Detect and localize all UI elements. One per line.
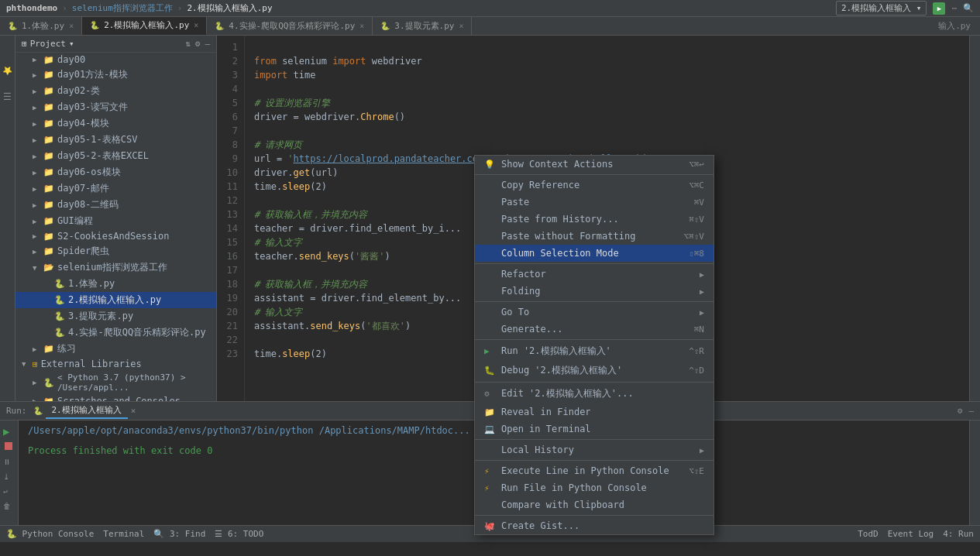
tree-item-file3[interactable]: 🐍 3.提取元素.py <box>15 308 216 324</box>
menu-item-goto[interactable]: Go To ▶ <box>475 304 714 321</box>
tree-item-day01[interactable]: ▶ 📁 day01方法-模块 <box>15 67 216 83</box>
tree-item-file1[interactable]: 🐍 1.体验.py <box>15 276 216 292</box>
arrow-icon: ▶ <box>33 345 43 353</box>
menu-item-reveal[interactable]: 📁 Reveal in Finder <box>475 403 714 420</box>
menu-item-open-terminal[interactable]: 💻 Open in Terminal <box>475 420 714 438</box>
tree-item-python37[interactable]: ▶ 🐍 < Python 3.7 (python37) > /Users/app… <box>15 371 216 394</box>
menu-item-exec-line[interactable]: ⚡ Execute Line in Python Console ⌥⇧E <box>475 462 714 479</box>
tab3-close[interactable]: × <box>359 22 364 30</box>
menu-item-debug[interactable]: 🐛 Debug '2.模拟输入框输入' ^⇧D <box>475 361 714 380</box>
menu-item-run[interactable]: ▶ Run '2.模拟输入框输入' ^⇧R <box>475 341 714 361</box>
run-pause-button[interactable]: ⏸ <box>3 458 15 466</box>
tree-item-selenium[interactable]: ▼ 📂 selenium指挥浏览器工作 <box>15 259 216 276</box>
tab-3[interactable]: 🐍 4.实操-爬取QQ音乐精彩评论.py × <box>207 17 373 35</box>
tree-item-gui[interactable]: ▶ 📁 GUI编程 <box>15 213 216 229</box>
search-button[interactable]: 🔍 <box>963 3 974 13</box>
event-log-tab[interactable]: Event Log <box>888 529 934 539</box>
tree-item-day07[interactable]: ▶ 📁 day07-邮件 <box>15 180 216 197</box>
run-stop-button[interactable] <box>5 442 12 450</box>
run-play-button[interactable]: ▶ <box>3 425 15 438</box>
arrow-icon: ▶ <box>33 88 43 95</box>
menu-item-show-context[interactable]: 💡 Show Context Actions ⌥⌘↩ <box>475 156 714 173</box>
tab4-close[interactable]: × <box>459 22 463 30</box>
run-action-minimize[interactable]: — <box>968 406 974 416</box>
tree-label: 2.模拟输入框输入.py <box>68 293 161 307</box>
tab-4[interactable]: 🐍 3.提取元素.py × <box>373 17 472 35</box>
tab-2[interactable]: 🐍 2.模拟输入框输入.py × <box>82 17 207 35</box>
tree-item-extlibs[interactable]: ▼ ⊞ External Libraries <box>15 357 216 371</box>
tree-item-day05-1[interactable]: ▶ 📁 day05-1-表格CSV <box>15 132 216 148</box>
tree-item-file2[interactable]: 🐍 2.模拟输入框输入.py <box>15 292 216 308</box>
tree-item-day06[interactable]: ▶ 📁 day06-os模块 <box>15 164 216 180</box>
python-console-tab[interactable]: 🐍 Python Console <box>6 529 94 539</box>
tab1-close[interactable]: × <box>69 22 74 30</box>
tree-item-day05-2[interactable]: ▶ 📁 day05-2-表格EXCEL <box>15 148 216 164</box>
tree-item-spider[interactable]: ▶ 📁 Spider爬虫 <box>15 243 216 259</box>
run-tab-status[interactable]: 4: Run <box>943 529 974 539</box>
py-icon: 🐍 <box>54 295 65 305</box>
menu-item-run-file[interactable]: ⚡ Run File in Python Console <box>475 479 714 496</box>
tree-item-day08[interactable]: ▶ 📁 day08-二维码 <box>15 197 216 213</box>
breadcrumb-sep1: › <box>62 3 67 13</box>
run-action-settings[interactable]: ⚙ <box>958 406 963 416</box>
menu-item-refactor[interactable]: Refactor ▶ <box>475 266 714 283</box>
run-right-indicator <box>969 420 980 525</box>
run-close-button[interactable]: 🗑 <box>3 502 15 510</box>
folder-icon: 📁 <box>43 55 54 65</box>
tree-item-file4[interactable]: 🐍 4.实操-爬取QQ音乐精彩评论.py <box>15 324 216 341</box>
menu-item-edit[interactable]: ⚙ Edit '2.模拟输入框输入'... <box>475 384 714 403</box>
submenu-arrow-icon: ▶ <box>700 287 704 296</box>
tab3-icon: 🐍 <box>215 22 224 30</box>
run-tab-name[interactable]: 2.模拟输入框输入 <box>46 403 128 419</box>
todo-tab[interactable]: ☰ 6: TODO <box>215 529 263 539</box>
tree-item-scratches[interactable]: ▶ 📁 Scratches and Consoles <box>15 394 216 401</box>
folder-icon: 📁 <box>43 118 54 129</box>
tree-item-s2[interactable]: ▶ 📁 S2-CookiesAndSession <box>15 229 216 243</box>
find-tab[interactable]: 🔍 3: Find <box>153 529 205 539</box>
tree-label: < Python 3.7 (python37) > /Users/appl... <box>57 372 216 393</box>
menu-item-compare-clipboard[interactable]: Compare with Clipboard <box>475 496 714 513</box>
run-dropdown[interactable]: 2.模拟输入框输入 ▾ <box>836 1 927 15</box>
tree-item-day03[interactable]: ▶ 📁 day03-读写文件 <box>15 99 216 115</box>
menu-item-label: Column Selection Mode <box>501 248 673 259</box>
tree-label: day06-os模块 <box>57 166 121 179</box>
menu-item-paste-no-format[interactable]: Paste without Formatting ⌥⌘⇧V <box>475 228 714 245</box>
menu-item-folding[interactable]: Folding ▶ <box>475 283 714 300</box>
menu-item-local-history[interactable]: Local History ▶ <box>475 441 714 458</box>
favorites-label[interactable]: ⭐ <box>3 67 12 76</box>
tab-1[interactable]: 🐍 1.体验.py × <box>0 17 82 35</box>
run-scroll-end[interactable]: ⤓ <box>3 472 15 481</box>
line-numbers: 12345 678910 1112131415 1617181920 21222… <box>217 36 245 401</box>
arrow-icon: ▶ <box>33 56 43 63</box>
context-menu: 💡 Show Context Actions ⌥⌘↩ Copy Referenc… <box>474 155 714 535</box>
run-tab-label: Run: <box>6 406 27 416</box>
menu-item-generate[interactable]: Generate... ⌘N <box>475 321 714 338</box>
tab2-close[interactable]: × <box>194 21 198 29</box>
menu-item-label: Paste <box>501 197 679 208</box>
tree-item-day02[interactable]: ▶ 📁 day02-类 <box>15 83 216 99</box>
tree-label: day08-二维码 <box>57 198 119 211</box>
debug-button[interactable]: ⋯ <box>951 3 957 13</box>
tree-item-day04[interactable]: ▶ 📁 day04-模块 <box>15 115 216 132</box>
run-button[interactable]: ▶ <box>933 2 945 15</box>
run-tab-close[interactable]: × <box>131 406 136 416</box>
folder-icon: 📁 <box>43 344 54 354</box>
menu-divider-3 <box>475 301 714 302</box>
menu-divider-8 <box>475 515 714 516</box>
structure-icon[interactable]: ☰ <box>3 91 12 102</box>
menu-item-copy-ref[interactable]: Copy Reference ⌥⌘C <box>475 177 714 194</box>
tree-item-exercise[interactable]: ▶ 📁 练习 <box>15 341 216 357</box>
active-file-title: 2.模拟输入框输入.py <box>187 2 272 14</box>
arrow-icon: ▼ <box>22 360 33 368</box>
tree-item-day00[interactable]: ▶ 📁 day00 <box>15 53 216 67</box>
run-wrap-button[interactable]: ↩ <box>3 487 15 496</box>
terminal-tab[interactable]: Terminal <box>103 529 144 539</box>
menu-item-paste-history[interactable]: Paste from History... ⌘⇧V <box>475 211 714 228</box>
collapse-all-icon[interactable]: ⇅ <box>185 39 191 49</box>
menu-item-paste[interactable]: Paste ⌘V <box>475 194 714 211</box>
settings-icon[interactable]: ⚙ <box>195 39 201 49</box>
minimize-icon[interactable]: — <box>205 39 210 49</box>
menu-item-create-gist[interactable]: 🐙 Create Gist... <box>475 517 714 534</box>
menu-item-column-selection[interactable]: Column Selection Mode ⇧⌘8 <box>475 245 714 262</box>
tab1-icon: 🐍 <box>8 22 17 30</box>
